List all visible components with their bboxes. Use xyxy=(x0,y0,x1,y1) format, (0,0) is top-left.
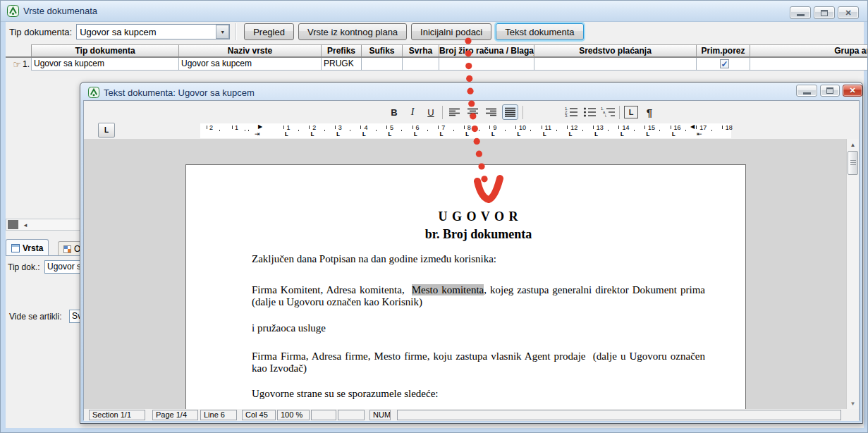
document-page[interactable]: U G O V O R br. Broj dokumenta Zaključen… xyxy=(185,164,746,409)
align-center-button[interactable] xyxy=(465,104,479,120)
ruler-mark[interactable]: ⇤ xyxy=(697,131,702,138)
doc-window-controls: ✕ xyxy=(796,85,862,97)
status-section: Section 1/1 xyxy=(89,410,145,420)
toolbar-separator xyxy=(236,23,236,40)
justify-button[interactable] xyxy=(502,104,518,120)
ruler-mark: 18 xyxy=(726,124,733,131)
table-row[interactable]: ☞ 1. Ugovor sa kupcem Ugovor sa kupcem P… xyxy=(6,58,868,71)
ruler-mark xyxy=(350,130,350,131)
tab-vrsta[interactable]: Vrsta xyxy=(6,239,49,256)
main-window-titlebar[interactable]: Vrste dokumenata xyxy=(1,1,868,22)
cell-prefiks[interactable]: PRUGK xyxy=(322,58,362,71)
formatting-toolbar: B I U 1.2.3. 1.a.i. L ¶ xyxy=(387,103,656,121)
ruler-mark xyxy=(360,126,361,129)
ruler-mark xyxy=(608,130,609,131)
minimize-icon xyxy=(797,14,805,16)
cell-broj-ziro[interactable] xyxy=(439,58,534,71)
cell-grupa-artikala[interactable] xyxy=(750,58,868,71)
bold-button[interactable]: B xyxy=(387,104,401,120)
align-center-icon xyxy=(467,108,478,116)
doc-window-titlebar[interactable]: Tekst dokumenta: Ugovor sa kupcem xyxy=(83,85,774,100)
ruler-mark: L xyxy=(362,131,365,138)
tip-dok-label: Tip dok.: xyxy=(8,262,40,272)
pregled-button[interactable]: Pregled xyxy=(244,23,294,40)
document-types-table: Tip dokumenta Naziv vrste Prefiks Sufiks… xyxy=(6,44,868,71)
ruler-mark xyxy=(324,130,325,131)
cell-tip-dokumenta[interactable]: Ugovor sa kupcem xyxy=(32,58,179,71)
bullet-list-button[interactable] xyxy=(582,104,597,120)
close-button[interactable]: ✕ xyxy=(838,6,859,19)
cell-sredstvo-placanja[interactable] xyxy=(534,58,697,71)
cell-sufiks[interactable] xyxy=(362,58,403,71)
ruler-mark: L xyxy=(439,131,443,138)
italic-button[interactable]: I xyxy=(405,104,420,120)
main-window-border-left xyxy=(1,22,6,433)
cell-prim-porez[interactable] xyxy=(697,58,750,71)
row-number: 1. xyxy=(23,59,30,71)
row-selector[interactable]: ☞ 1. xyxy=(6,58,32,71)
ruler-mark: 7 xyxy=(441,124,445,131)
paragraph: Firma Firma, Adresa firme, Mesto firme, … xyxy=(252,350,705,374)
restore-button[interactable] xyxy=(814,6,835,19)
ruler-mark xyxy=(505,130,506,131)
tab-type-selector[interactable]: L xyxy=(98,123,115,138)
paragraph: Ugovorne strane su se sporazumele sledeć… xyxy=(252,388,705,400)
inicijalni-podaci-button[interactable]: Inicijalni podaci xyxy=(411,23,491,40)
ruler-mark: 9 xyxy=(493,124,496,131)
ruler-mark: L xyxy=(310,131,314,138)
svg-text:3.: 3. xyxy=(565,114,568,117)
underline-button[interactable]: U xyxy=(424,104,438,120)
cell-naziv-vrste[interactable]: Ugovor sa kupcem xyxy=(179,58,322,71)
prim-porez-checkbox[interactable] xyxy=(720,59,729,68)
vrste-iz-kontnog-plana-button[interactable]: Vrste iz kontnog plana xyxy=(298,23,407,40)
ruler-mark xyxy=(582,130,583,131)
ruler-mark[interactable]: ▶ xyxy=(258,124,262,130)
column-header: Prim.porez xyxy=(697,44,750,56)
ruler-strip: 211L2L3L4L5L6L7L8L9L10L11L12L13L14L15L16… xyxy=(200,123,731,138)
cell-svrha[interactable] xyxy=(403,58,439,71)
restore-button[interactable] xyxy=(820,85,840,97)
scrollbar-thumb[interactable] xyxy=(848,151,858,175)
combobox-value: Ugovor sa kupcem xyxy=(80,27,156,37)
status-empty xyxy=(311,410,336,420)
ruler-mark: L xyxy=(388,131,391,138)
numbered-list-button[interactable]: 1.2.3. xyxy=(564,104,578,120)
vertical-scrollbar[interactable]: ▲ ▼ xyxy=(846,139,859,409)
arrow-left-icon: ◂ xyxy=(24,221,27,228)
tab-vrsta-label: Vrsta xyxy=(23,243,43,253)
scroll-down-icon[interactable]: ▼ xyxy=(848,401,857,407)
ruler-mark xyxy=(245,130,245,131)
paragraph-text: Firma Komitent, Adresa komitenta, xyxy=(252,284,412,295)
ruler-mark xyxy=(464,126,465,129)
toolbar-separator xyxy=(619,106,620,119)
ruler-mark xyxy=(438,126,439,129)
ruler-mark xyxy=(309,126,310,129)
paragraph: Zaključen dana Potpisan na dan godine iz… xyxy=(252,253,705,265)
align-left-button[interactable] xyxy=(447,104,461,120)
scrollbar-thumb[interactable] xyxy=(8,220,18,229)
minimize-button[interactable] xyxy=(790,6,811,19)
multilevel-list-button[interactable]: 1.a.i. xyxy=(601,104,615,120)
ruler-mark xyxy=(401,130,402,131)
ruler-mark[interactable]: ◀ xyxy=(690,124,695,130)
combobox-dropdown-button[interactable]: ▼ xyxy=(216,25,229,39)
status-col: Col 45 xyxy=(242,410,276,420)
ruler-mark xyxy=(515,126,516,129)
tip-dokumenta-combobox[interactable]: Ugovor sa kupcem ▼ xyxy=(76,24,230,39)
ruler-mark[interactable]: ⇥ xyxy=(255,131,260,138)
column-header: Grupa artikala xyxy=(750,44,868,56)
show-paragraph-marks-button[interactable]: ¶ xyxy=(642,104,656,120)
tekst-dokumenta-button[interactable]: Tekst dokumenta xyxy=(496,23,583,40)
close-button[interactable]: ✕ xyxy=(843,85,862,97)
ruler-mark xyxy=(542,126,542,129)
arrow-dot xyxy=(466,75,472,82)
tab-stop-button[interactable]: L xyxy=(624,106,638,118)
status-empty xyxy=(338,410,365,420)
ruler-mark: 16 xyxy=(674,124,681,131)
ruler-mark: L xyxy=(543,131,546,138)
minimize-button[interactable] xyxy=(796,85,817,97)
align-right-button[interactable] xyxy=(484,104,498,120)
ruler-mark xyxy=(335,126,336,129)
scroll-left-button[interactable]: ◂ xyxy=(20,220,30,229)
scroll-up-icon[interactable]: ▲ xyxy=(848,142,857,148)
